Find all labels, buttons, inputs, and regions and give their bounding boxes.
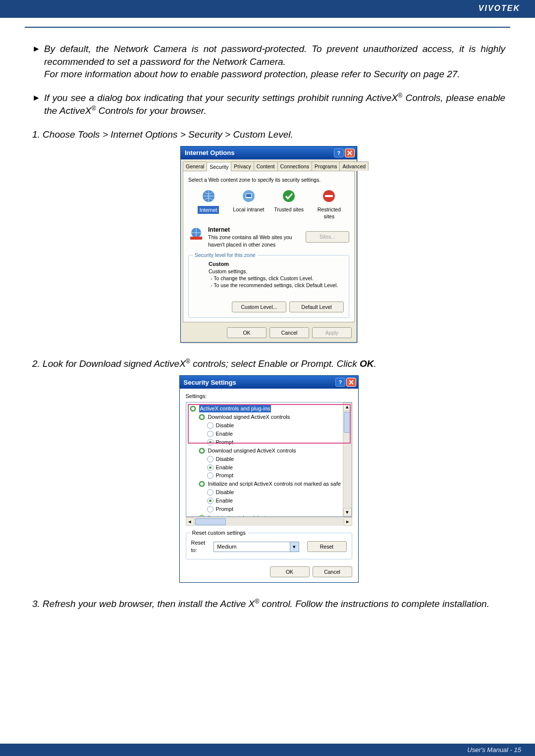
bullet-triangle-icon: ► [32,43,44,81]
tree-item4: Run ActiveX controls and plug-ins [208,514,270,516]
ok-button[interactable]: OK [227,327,267,338]
help-button[interactable]: ? [334,149,344,157]
chevron-down-icon: ▾ [290,542,299,552]
help-button[interactable]: ? [335,378,345,387]
zone-restricted-sites[interactable]: Restricted sites [311,188,347,220]
nosign-icon [321,188,337,204]
radio-icon[interactable] [207,498,214,504]
gear-icon [189,405,197,412]
footer-text: User's Manual - 15 [467,746,521,754]
svg-point-12 [192,408,194,410]
opt-prompt: Prompt [216,439,233,446]
zone-local-intranet[interactable]: Local intranet [231,188,267,213]
cancel-button[interactable]: Cancel [269,327,309,338]
svg-rect-7 [325,195,333,197]
sites-button[interactable]: Sites... [306,231,349,242]
tree-item3: Initialize and script ActiveX controls n… [208,480,341,488]
security-level-legend: Security level for this zone [193,252,258,258]
tab-security[interactable]: Security [207,162,231,171]
dialog-titlebar[interactable]: Security Settings ? [180,376,358,389]
radio-icon[interactable] [207,456,214,462]
step2-ok: OK [360,359,374,369]
radio-icon[interactable] [207,506,214,512]
registered-icon: ® [255,598,259,605]
gear-icon [198,514,206,516]
close-button[interactable] [346,378,356,387]
page-header: VIVOTEK [0,0,535,18]
step-1: 1. Choose Tools > Internet Options > Sec… [32,128,505,141]
apply-button[interactable]: Apply [312,327,352,338]
note1b-line: For more information about how to enable… [44,69,460,79]
custom-level-button[interactable]: Custom Level... [232,302,286,312]
opt-enable: Enable [216,430,233,438]
zone-restricted-label2: sites [324,213,335,219]
gear-icon [198,480,206,488]
step-2: 2. Look for Download signed ActiveX® con… [32,357,505,370]
cancel-button[interactable]: Cancel [313,566,352,577]
custom-line1: - To change the settings, click Custom L… [209,275,338,282]
zone-trusted-sites[interactable]: Trusted sites [271,188,307,213]
scroll-thumb[interactable] [195,518,226,525]
radio-icon[interactable] [207,439,214,446]
custom-line2: - To use the recommended settings, click… [209,282,338,289]
reset-select-value: Medium [217,544,236,550]
tree-item1: Download signed ActiveX controls [208,413,290,421]
vertical-scrollbar[interactable]: ▴ ▾ [343,403,352,516]
step2-d: . [374,359,376,369]
svg-text:?: ? [339,380,342,385]
radio-icon[interactable] [207,464,214,471]
opt-enable: Enable [216,464,233,471]
reset-select[interactable]: Medium ▾ [214,542,299,552]
tab-content[interactable]: Content [254,161,278,171]
step3-b: control. Follow the instructions to comp… [259,599,489,609]
opt-disable: Disable [216,489,234,496]
zone-info-desc: This zone contains all Web sites you hav… [208,234,302,248]
tab-programs[interactable]: Programs [312,161,340,171]
zone-info-title: Internet [208,226,302,234]
reset-button[interactable]: Reset [307,541,347,552]
svg-point-19 [199,515,204,517]
radio-icon[interactable] [207,489,214,496]
zone-internet[interactable]: Internet [191,188,226,214]
tab-privacy[interactable]: Privacy [231,161,254,171]
scroll-right-icon[interactable]: ▸ [344,517,352,526]
brand-text: VIVOTEK [479,4,520,12]
reset-legend: Reset custom settings [190,529,248,537]
scroll-down-icon[interactable]: ▾ [343,508,352,516]
opt-disable: Disable [216,455,234,463]
globe-icon [201,188,216,204]
tab-general[interactable]: General [183,161,207,171]
opt-disable: Disable [216,422,234,429]
note2c: Controls for your browser. [96,105,207,116]
horizontal-scrollbar[interactable]: ◂ ▸ [186,517,352,526]
svg-text:?: ? [337,151,340,155]
dialog-titlebar[interactable]: Internet Options ? [181,147,357,159]
zone-internet-label: Internet [198,206,219,214]
dialog-title: Internet Options [185,149,234,157]
gear-icon [198,413,206,421]
radio-icon[interactable] [207,422,214,429]
computer-icon [241,188,257,204]
svg-point-16 [201,450,203,452]
radio-icon[interactable] [207,431,214,437]
radio-icon[interactable] [207,472,214,479]
reset-to-label: Reset to: [191,539,210,554]
settings-tree[interactable]: ActiveX controls and plug-ins Download s… [186,402,352,517]
settings-label: Settings: [186,393,352,400]
dialog-title: Security Settings [184,378,236,387]
svg-point-14 [201,416,203,418]
close-button[interactable] [345,149,355,157]
ok-button[interactable]: OK [270,566,310,577]
default-level-button[interactable]: Default Level [289,302,344,312]
scroll-thumb[interactable] [344,412,351,433]
scroll-left-icon[interactable]: ◂ [186,517,194,526]
checkmark-icon [281,188,297,204]
zone-restricted-label1: Restricted [318,206,341,212]
step2-a: 2. Look for Download signed ActiveX [32,359,186,369]
custom-settings-label: Custom settings. [209,268,338,275]
tab-advanced[interactable]: Advanced [339,161,369,171]
tab-connections[interactable]: Connections [277,161,312,171]
svg-point-5 [283,190,295,202]
note1-line: By default, the Network Camera is not pa… [44,44,505,67]
scroll-up-icon[interactable]: ▴ [343,403,352,411]
